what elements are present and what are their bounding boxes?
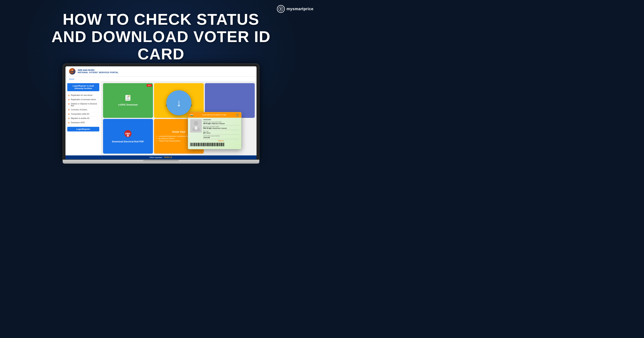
- menu-item-overseas[interactable]: ⊕ Registration of overseas elector: [67, 98, 99, 102]
- voter-card-header: 🇮🇳 ELECTOR PHOTO IDENTITY CARD ⚖️: [188, 112, 241, 118]
- page-title: HOW TO CHECK STATUS AND DOWNLOAD VOTER I…: [36, 11, 286, 62]
- menu-label-correction: Correction of Entries: [71, 109, 87, 111]
- svg-rect-54: [224, 143, 224, 146]
- svg-rect-18: [198, 143, 198, 146]
- svg-point-5: [196, 128, 196, 128]
- portal-eng-title: NATIONAL VOTERS' SERVICES PORTAL: [78, 71, 118, 74]
- svg-rect-49: [220, 143, 220, 146]
- svg-rect-47: [219, 143, 219, 146]
- barcode: [190, 143, 239, 146]
- svg-rect-45: [217, 143, 218, 146]
- svg-rect-40: [214, 143, 214, 146]
- main-title-block: HOW TO CHECK STATUS AND DOWNLOAD VOTER I…: [0, 11, 322, 62]
- svg-rect-32: [208, 143, 208, 146]
- svg-rect-14: [195, 143, 195, 146]
- epic-label: e-EPIC Download: [118, 103, 138, 106]
- menu-item-deletion[interactable]: ⊕ Deletion or Objection in Electoral Rol…: [67, 102, 99, 108]
- bullet-icon-6: ⊕: [68, 117, 70, 120]
- login-register-button[interactable]: Login/Register: [67, 127, 99, 132]
- svg-rect-11: [193, 143, 193, 146]
- elector-name-row: निर्वाचक का नाम / ELECTOR'S NAME प्रेम र…: [203, 122, 239, 125]
- menu-label-deletion: Deletion or Objection in Electoral Roll: [71, 103, 98, 107]
- svg-rect-24: [202, 143, 202, 146]
- download-pdf-icon: PDF: [124, 129, 132, 139]
- bullet-icon-5: ⊕: [68, 113, 70, 115]
- svg-rect-52: [222, 143, 222, 146]
- voter-card-title: ELECTOR PHOTO IDENTITY CARD: [195, 114, 234, 116]
- menu-label-epic: Download e-EPIC: [71, 122, 85, 124]
- dob-value: 15/02/1985: [203, 137, 239, 138]
- svg-rect-21: [200, 143, 200, 146]
- svg-rect-43: [216, 143, 216, 146]
- svg-rect-39: [213, 143, 213, 146]
- grid-card-epic[interactable]: NEW e-EPIC Download: [103, 83, 153, 118]
- father-name-row: पिता का नाम / FATHER'S NAME किशन देव ठाक…: [203, 126, 239, 130]
- menu-item-correction[interactable]: ⊕ Correction of Entries: [67, 108, 99, 112]
- svg-rect-27: [204, 143, 205, 146]
- bullet-icon-4: ⊕: [68, 108, 70, 111]
- sex-label: लिंग / SEX: [203, 131, 239, 132]
- epic-icon: [125, 94, 131, 102]
- menu-item-transposition[interactable]: ⊕ Transposition within AC: [67, 112, 99, 116]
- svg-rect-31: [207, 143, 207, 146]
- svg-rect-23: [201, 143, 202, 146]
- svg-rect-57: [70, 71, 74, 72]
- svg-rect-29: [206, 143, 206, 146]
- download-label: Download Electoral Roll PDF: [112, 140, 144, 143]
- svg-rect-22: [201, 143, 201, 146]
- svg-rect-51: [221, 143, 222, 146]
- svg-rect-12: [194, 143, 194, 146]
- elector-label: निर्वाचक का नाम / ELECTOR'S NAME: [203, 122, 239, 123]
- voter-details: GND0023659 निर्वाचक का नाम / ELECTOR'S N…: [203, 119, 239, 142]
- portal-nav[interactable]: Home: [66, 76, 256, 81]
- footer-text: Other Important: [150, 156, 162, 158]
- svg-rect-8: [191, 143, 191, 146]
- svg-rect-15: [196, 143, 196, 146]
- svg-point-60: [128, 95, 130, 97]
- svg-rect-13: [194, 143, 195, 146]
- grid-card-download[interactable]: PDF Download Electoral Roll PDF: [103, 119, 153, 154]
- portal-footer: Other Important INDIA: [66, 156, 256, 159]
- father-label: पिता का नाम / FATHER'S NAME: [203, 126, 239, 128]
- download-circle-overlay: ↓: [166, 90, 192, 115]
- svg-rect-33: [209, 143, 209, 146]
- emblem-icon: ⚖️: [236, 113, 239, 116]
- login-register-heading[interactable]: Login/Register to Avail following Facili…: [67, 83, 99, 91]
- menu-label-overseas: Registration of overseas elector: [71, 98, 96, 100]
- laptop-container: ↓ 🇮🇳 ELECTOR PHOTO IDENTITY CARD ⚖️: [62, 64, 260, 164]
- svg-rect-41: [214, 143, 215, 146]
- svg-point-2: [194, 121, 198, 125]
- new-badge: NEW: [147, 84, 152, 86]
- menu-item-migration[interactable]: ⊕ Migration to another AC: [67, 116, 99, 121]
- svg-rect-46: [218, 143, 218, 146]
- svg-rect-38: [212, 143, 213, 146]
- dob-label: जन्म की तारीख / DATE OF BIRTH: [203, 136, 239, 137]
- bullet-icon-2: ⊕: [68, 98, 70, 101]
- laptop-base: [62, 160, 260, 164]
- flag-icon: 🇮🇳: [190, 114, 193, 116]
- svg-rect-10: [192, 143, 192, 146]
- menu-item-new-elector[interactable]: ⊕ Registration for new elector: [67, 93, 99, 98]
- sex-row: लिंग / SEX पुरुष / MALE: [203, 131, 239, 135]
- svg-rect-48: [219, 143, 220, 146]
- nav-home[interactable]: Home: [69, 78, 74, 80]
- bullet-icon: ⊕: [68, 94, 70, 96]
- svg-rect-19: [198, 143, 199, 146]
- svg-point-1: [280, 9, 282, 10]
- svg-rect-20: [200, 143, 200, 146]
- svg-rect-16: [196, 143, 197, 146]
- bullet-icon-3: ⊕: [68, 103, 70, 105]
- svg-rect-26: [203, 143, 204, 146]
- svg-point-4: [196, 127, 196, 128]
- india-footer-text: INDIA: [164, 156, 173, 159]
- svg-rect-37: [211, 143, 212, 146]
- download-arrow-icon: ↓: [176, 98, 182, 108]
- dob-row: जन्म की तारीख / DATE OF BIRTH 15/02/1985: [203, 136, 239, 139]
- portal-hindi-title: राष्ट्रीय मतदाता सेवा पोर्टल: [78, 69, 118, 71]
- svg-rect-36: [211, 143, 211, 146]
- menu-item-epic[interactable]: ⊕ Download e-EPIC: [67, 121, 99, 125]
- svg-rect-35: [210, 143, 210, 146]
- menu-label-new-elector: Registration for new elector: [71, 94, 93, 96]
- voter-id-card: 🇮🇳 ELECTOR PHOTO IDENTITY CARD ⚖️: [188, 112, 242, 149]
- laptop-notch: [143, 160, 179, 161]
